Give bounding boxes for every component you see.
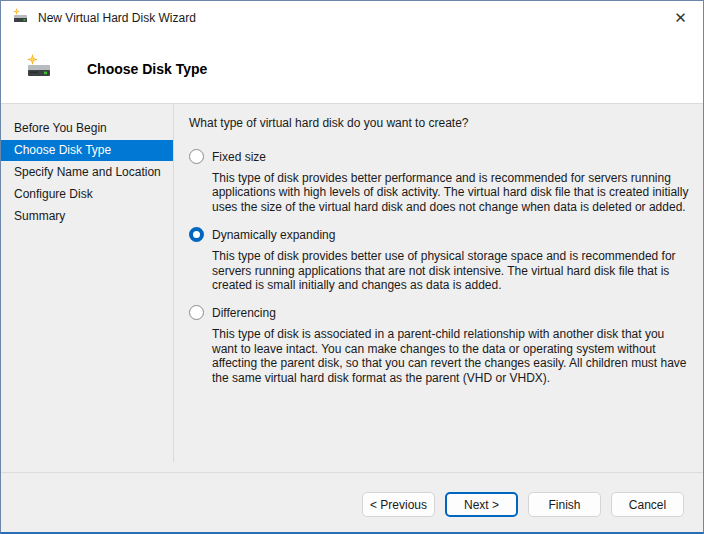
option-differencing: Differencing This type of disk is associ…	[189, 305, 689, 385]
wizard-footer: < Previous Next > Finish Cancel	[1, 472, 703, 532]
option-description: This type of disk is associated in a par…	[212, 327, 689, 385]
title-bar: New Virtual Hard Disk Wizard ✕	[1, 1, 703, 34]
previous-button[interactable]: < Previous	[362, 492, 435, 517]
wizard-sidebar: Before You Begin Choose Disk Type Specif…	[1, 104, 173, 472]
option-label: Fixed size	[212, 150, 266, 164]
sidebar-item-choose-disk-type[interactable]: Choose Disk Type	[1, 140, 173, 161]
option-description: This type of disk provides better perfor…	[212, 171, 689, 214]
sidebar-divider	[173, 104, 174, 462]
new-virtual-hard-disk-icon	[25, 53, 53, 84]
sidebar-item-before-you-begin[interactable]: Before You Begin	[1, 118, 173, 139]
option-description: This type of disk provides better use of…	[212, 249, 689, 292]
page-title: Choose Disk Type	[87, 61, 207, 77]
radio-button-icon[interactable]	[189, 149, 204, 164]
option-label: Differencing	[212, 306, 276, 320]
question-text: What type of virtual hard disk do you wa…	[189, 116, 689, 130]
next-button[interactable]: Next >	[445, 492, 518, 517]
option-dynamically-expanding: Dynamically expanding This type of disk …	[189, 227, 689, 292]
option-label: Dynamically expanding	[212, 228, 335, 242]
finish-button[interactable]: Finish	[528, 492, 601, 517]
option-fixed-size: Fixed size This type of disk provides be…	[189, 149, 689, 214]
sidebar-item-configure-disk[interactable]: Configure Disk	[1, 184, 173, 205]
radio-dynamically-expanding[interactable]: Dynamically expanding	[189, 227, 689, 242]
sidebar-item-summary[interactable]: Summary	[1, 206, 173, 227]
wizard-body: Before You Begin Choose Disk Type Specif…	[1, 104, 703, 472]
wizard-content: What type of virtual hard disk do you wa…	[173, 104, 703, 472]
window-title: New Virtual Hard Disk Wizard	[38, 11, 658, 25]
radio-button-icon[interactable]	[189, 227, 204, 242]
radio-button-icon[interactable]	[189, 305, 204, 320]
sidebar-item-specify-name-and-location[interactable]: Specify Name and Location	[1, 162, 173, 183]
close-icon: ✕	[674, 9, 687, 27]
new-virtual-hard-disk-icon	[12, 8, 29, 28]
close-button[interactable]: ✕	[658, 1, 703, 34]
wizard-window: New Virtual Hard Disk Wizard ✕ Choose Di…	[0, 0, 704, 534]
radio-fixed-size[interactable]: Fixed size	[189, 149, 689, 164]
cancel-button[interactable]: Cancel	[611, 492, 684, 517]
radio-differencing[interactable]: Differencing	[189, 305, 689, 320]
wizard-header: Choose Disk Type	[1, 34, 703, 104]
